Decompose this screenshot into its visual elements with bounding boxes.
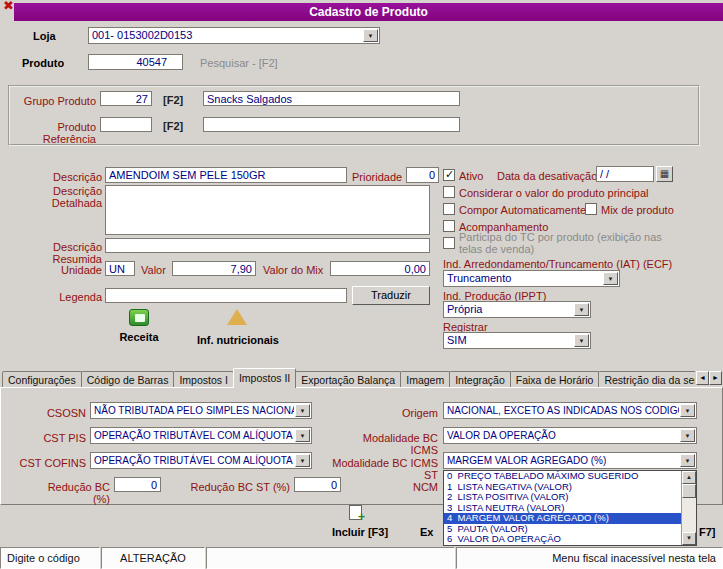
valor-do-mix-label: Valor do Mix [263, 264, 323, 276]
dropdown-option[interactable]: 3 LISTA NEUTRA (VALOR) [444, 503, 681, 514]
legenda-input[interactable] [105, 288, 347, 303]
calendar-button[interactable]: ▦ [656, 166, 673, 182]
grupo-produto-code-input[interactable] [100, 91, 152, 106]
dropdown-option[interactable]: 0 PREÇO TABELADO MÁXIMO SUGERIDO [444, 471, 681, 482]
grupo-produto-label: Grupo Produto [10, 95, 96, 107]
window-title: Cadastro de Produto [309, 5, 428, 19]
chevron-down-icon[interactable]: ▼ [363, 29, 378, 42]
chevron-down-icon[interactable]: ▼ [680, 454, 695, 467]
unidade-input[interactable] [105, 261, 135, 276]
chevron-down-icon[interactable]: ▼ [680, 404, 695, 417]
ativo-checkbox[interactable] [443, 169, 455, 181]
descricao-resumida-input[interactable] [105, 238, 430, 253]
csosn-select[interactable]: NÃO TRIBUTADA PELO SIMPLES NACIONAL ▼ [90, 402, 312, 419]
f7-button-label-partial[interactable]: F7] [699, 526, 716, 538]
tab-strip: Configurações Código de Barras Impostos … [2, 368, 695, 388]
chevron-down-icon[interactable]: ▼ [680, 429, 695, 442]
excluir-button-label-partial[interactable]: Ex [420, 526, 433, 538]
origem-label: Origem [398, 407, 438, 419]
modalidade-bc-icms-select[interactable]: VALOR DA OPERAÇÃO ▼ [443, 427, 697, 444]
tab-faixa-de-horario[interactable]: Faixa de Horário [510, 371, 600, 388]
origem-select[interactable]: NACIONAL, EXCETO AS INDICADAS NOS CODIGO… [443, 402, 697, 419]
inf-nutricionais-button-label[interactable]: Inf. nutricionais [190, 334, 286, 346]
tab-imagem[interactable]: Imagem [400, 371, 450, 388]
descricao-input[interactable] [105, 167, 347, 183]
data-desativacao-label: Data da desativação [497, 170, 597, 182]
considerar-valor-checkbox[interactable] [443, 186, 455, 198]
dropdown-option[interactable]: 2 LISTA POSITIVA (VALOR) [444, 492, 681, 503]
mix-de-produto-checkbox[interactable] [585, 203, 597, 215]
descricao-detalhada-textarea[interactable] [105, 185, 430, 235]
reducao-bc-input[interactable] [114, 477, 161, 492]
dropdown-option[interactable]: 5 PAUTA (VALOR) [444, 524, 681, 535]
acompanhamento-checkbox[interactable] [443, 220, 455, 232]
chevron-down-icon[interactable]: ▼ [295, 429, 310, 442]
cadastro-de-produto-window: ✖ Cadastro de Produto Loja 001- 0153002D… [0, 0, 723, 569]
ippt-value: Própria [447, 303, 573, 316]
receita-icon[interactable] [129, 309, 149, 326]
tab-codigo-de-barras[interactable]: Código de Barras [81, 371, 175, 388]
iat-value: Truncamento [447, 272, 602, 285]
produto-referencia-code-input[interactable] [100, 117, 152, 132]
chevron-down-icon[interactable]: ▼ [574, 303, 589, 316]
registrar-select[interactable]: SIM ▼ [443, 332, 591, 349]
scrollbar-thumb[interactable] [682, 484, 696, 498]
cst-cofins-value: OPERAÇÃO TRIBUTÁVEL COM ALÍQUOTA BÁSICA [94, 454, 294, 467]
participa-tc-checkbox[interactable] [443, 237, 455, 249]
produto-referencia-name-input[interactable] [203, 117, 460, 132]
tab-restricao-dia-da-semana[interactable]: Restrição dia da semana [598, 371, 695, 388]
produto-code-input[interactable] [88, 54, 183, 70]
incluir-button-label[interactable]: Incluir [F3] [315, 526, 405, 538]
valor-do-mix-input[interactable] [330, 261, 430, 276]
compor-automaticamente-label[interactable]: Compor Automaticamente [459, 204, 586, 216]
grupo-produto-name-input[interactable] [203, 91, 460, 106]
iat-select[interactable]: Truncamento ▼ [443, 270, 620, 287]
compor-automaticamente-checkbox[interactable] [443, 203, 455, 215]
dropdown-option[interactable]: 1 LISTA NEGATIVA (VALOR) [444, 482, 681, 493]
valor-input[interactable] [172, 261, 256, 276]
modalidade-bc-icms-st-dropdown-list: 0 PREÇO TABELADO MÁXIMO SUGERIDO 1 LISTA… [443, 470, 697, 546]
scrollbar-up-button[interactable]: ▲ [682, 471, 696, 484]
registrar-value: SIM [447, 334, 573, 347]
mix-de-produto-label[interactable]: Mix de produto [601, 204, 674, 216]
tab-scroll-right-button[interactable]: ► [709, 371, 722, 385]
ippt-select[interactable]: Própria ▼ [443, 301, 591, 318]
prioridade-label: Prioridade [352, 171, 402, 183]
participa-tc-label: Participa do TC por produto (exibição na… [459, 231, 687, 255]
scrollbar-down-button[interactable]: ▼ [682, 532, 696, 545]
descricao-label: Descrição [40, 171, 102, 183]
data-desativacao-input[interactable] [596, 166, 654, 182]
cst-cofins-select[interactable]: OPERAÇÃO TRIBUTÁVEL COM ALÍQUOTA BÁSICA … [90, 452, 312, 469]
traduzir-button[interactable]: Traduzir [352, 286, 430, 305]
considerar-valor-label[interactable]: Considerar o valor do produto principal [459, 187, 649, 199]
receita-button-label[interactable]: Receita [104, 331, 174, 343]
loja-select[interactable]: 001- 0153002D0153 ▼ [88, 27, 380, 44]
tab-integracao[interactable]: Integração [449, 371, 511, 388]
tab-exportacao-balanca[interactable]: Exportação Balança [295, 371, 401, 388]
reducao-bc-label: Redução BC (%) [28, 481, 110, 505]
reducao-bc-st-label: Redução BC ST (%) [188, 481, 290, 493]
tab-configuracoes[interactable]: Configurações [2, 371, 82, 388]
csosn-value: NÃO TRIBUTADA PELO SIMPLES NACIONAL [94, 404, 294, 417]
dropdown-scrollbar[interactable]: ▲ ▼ [681, 471, 696, 545]
ativo-label[interactable]: Ativo [459, 170, 483, 182]
tab-impostos-ii[interactable]: Impostos II [233, 368, 296, 388]
tab-scroll-left-button[interactable]: ◄ [696, 371, 709, 385]
prioridade-input[interactable] [406, 167, 439, 183]
chevron-down-icon[interactable]: ▼ [603, 272, 618, 285]
chevron-down-icon[interactable]: ▼ [295, 454, 310, 467]
modalidade-bc-icms-st-select[interactable]: MARGEM VALOR AGREGADO (%) ▼ [443, 452, 697, 469]
csosn-label: CSOSN [6, 407, 86, 419]
chevron-down-icon[interactable]: ▼ [574, 334, 589, 347]
dropdown-option-selected[interactable]: 4 MARGEM VALOR AGREGADO (%) [444, 513, 681, 524]
nutrition-icon[interactable] [227, 309, 247, 325]
status-message: Digite o código [0, 547, 100, 569]
reducao-bc-st-input[interactable] [294, 477, 341, 492]
dropdown-option[interactable]: 6 VALOR DA OPERAÇÃO [444, 534, 681, 545]
cst-pis-select[interactable]: OPERAÇÃO TRIBUTÁVEL COM ALÍQUOTA BÁSICA … [90, 427, 312, 444]
incluir-icon[interactable]: + [349, 505, 362, 520]
modalidade-bc-icms-st-label: Modalidade BC ICMS ST [325, 457, 438, 481]
tab-impostos-i[interactable]: Impostos I [173, 371, 233, 388]
chevron-down-icon[interactable]: ▼ [295, 404, 310, 417]
close-icon[interactable]: ✖ [3, 0, 14, 13]
